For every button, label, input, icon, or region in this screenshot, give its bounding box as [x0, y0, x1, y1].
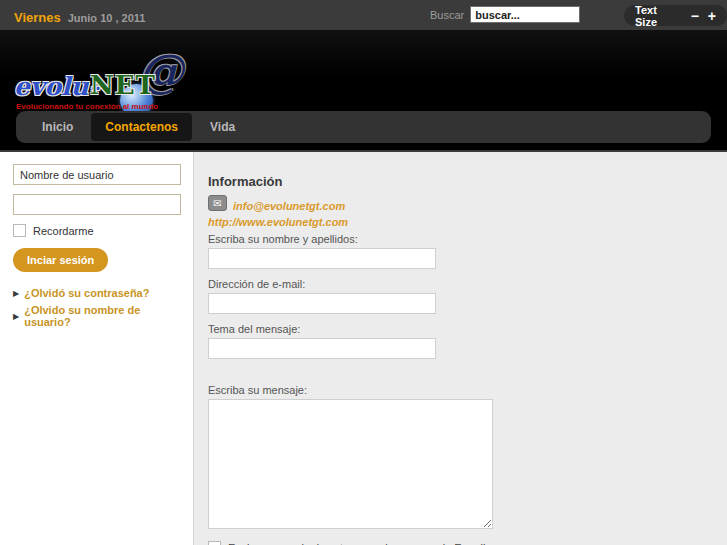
contact-section: Información ✉ info@evolunetgt.com http:/…	[195, 152, 727, 545]
copy-to-self-label: Enviar una copia de este mensaje a su pr…	[228, 542, 485, 545]
arrow-icon: ▶	[13, 289, 19, 298]
forgot-username-label[interactable]: ¿Olvido su nombre de usuario?	[24, 304, 180, 328]
login-button[interactable]: Inciar sesión	[13, 248, 108, 272]
forgot-password-link[interactable]: ▶ ¿Olvidó su contraseña?	[13, 287, 180, 299]
subject-label: Tema del mensaje:	[208, 323, 727, 335]
page: ViernesJunio 10 , 2011 Buscar Text Size …	[0, 0, 727, 545]
search-label: Buscar	[430, 9, 464, 21]
date-display: ViernesJunio 10 , 2011	[14, 8, 145, 26]
search-bar: Buscar	[430, 6, 580, 23]
logo-text-net: NET	[90, 70, 156, 100]
text-size-label: Text Size	[635, 4, 682, 28]
content-area: Recordarme Inciar sesión ▶ ¿Olvidó su co…	[0, 152, 727, 545]
website-link[interactable]: http://www.evolunetgt.com	[208, 216, 348, 228]
contact-email-row: ✉ info@evolunetgt.com	[208, 194, 727, 212]
password-field[interactable]	[13, 194, 181, 215]
search-input[interactable]	[470, 6, 580, 23]
copy-to-self-row: Enviar una copia de este mensaje a su pr…	[208, 541, 727, 545]
remember-me-label: Recordarme	[33, 225, 94, 237]
top-bar: ViernesJunio 10 , 2011 Buscar Text Size …	[0, 0, 727, 30]
forgot-password-label[interactable]: ¿Olvidó su contraseña?	[24, 287, 149, 299]
site-header: @ evolu- NET Evolucionando tu conexión a…	[0, 30, 727, 152]
text-size-control: Text Size − +	[624, 5, 727, 26]
email-icon: ✉	[208, 195, 227, 211]
message-textarea[interactable]	[208, 399, 493, 529]
nav-item-inicio[interactable]: Inicio	[28, 113, 87, 141]
email-input[interactable]	[208, 293, 436, 314]
login-links: ▶ ¿Olvidó su contraseña? ▶ ¿Olvido su no…	[13, 287, 180, 328]
arrow-icon: ▶	[13, 312, 19, 321]
logo-tagline: Evolucionando tu conexión al mundo	[16, 102, 158, 111]
text-size-decrease-icon[interactable]: −	[691, 9, 699, 23]
logo-text-evolu: evolu-	[14, 72, 99, 101]
login-sidebar: Recordarme Inciar sesión ▶ ¿Olvidó su co…	[0, 152, 194, 545]
page-title: Información	[208, 174, 727, 189]
username-field[interactable]	[13, 164, 181, 185]
name-input[interactable]	[208, 248, 436, 269]
name-label: Escriba su nombre y apellidos:	[208, 233, 727, 245]
email-label: Dirección de e-mail:	[208, 278, 727, 290]
contact-email-link[interactable]: info@evolunetgt.com	[233, 200, 345, 212]
copy-to-self-checkbox[interactable]	[208, 541, 221, 545]
subject-input[interactable]	[208, 338, 436, 359]
nav-item-contactenos[interactable]: Contactenos	[91, 113, 192, 141]
main-nav: Inicio Contactenos Vida	[16, 111, 711, 143]
remember-me-checkbox[interactable]	[13, 224, 26, 237]
text-size-increase-icon[interactable]: +	[708, 9, 716, 23]
date-label: Junio 10 , 2011	[68, 12, 146, 24]
remember-me-row: Recordarme	[13, 224, 180, 237]
message-label: Escriba su mensaje:	[208, 384, 727, 396]
forgot-username-link[interactable]: ▶ ¿Olvido su nombre de usuario?	[13, 304, 180, 328]
site-logo[interactable]: @ evolu- NET Evolucionando tu conexión a…	[14, 50, 204, 116]
weekday-label: Viernes	[14, 10, 61, 25]
nav-item-vida[interactable]: Vida	[196, 113, 249, 141]
